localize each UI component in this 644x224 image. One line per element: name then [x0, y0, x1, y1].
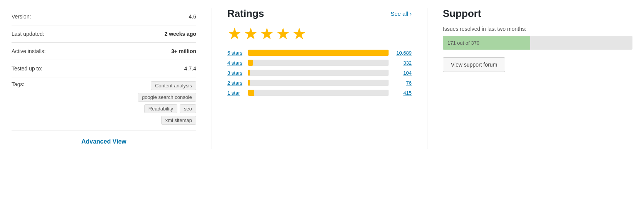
see-all-label: See all: [390, 10, 408, 17]
rating-count[interactable]: 10,689: [392, 50, 412, 56]
last-updated-value: 2 weeks ago: [165, 31, 197, 37]
rating-bar-row: 4 stars332: [227, 60, 412, 66]
rating-bar-label[interactable]: 3 stars: [227, 70, 244, 76]
left-panel: Version: 4.6 Last updated: 2 weeks ago A…: [12, 8, 212, 149]
tag[interactable]: seo: [180, 104, 196, 113]
progress-bar-container: 171 out of 370: [443, 36, 632, 50]
tag[interactable]: xml sitemap: [161, 116, 196, 125]
stars-display: ★★★★★: [227, 26, 412, 42]
right-panel: Support Issues resolved in last two mont…: [427, 8, 632, 149]
star-icon: ★: [260, 26, 274, 42]
rating-bar-label[interactable]: 4 stars: [227, 60, 244, 66]
tag[interactable]: Readability: [144, 104, 177, 113]
rating-bar-label[interactable]: 1 star: [227, 90, 244, 96]
rating-bar-row: 5 stars10,689: [227, 50, 412, 56]
ratings-title: Ratings: [227, 8, 264, 20]
support-forum-button[interactable]: View support forum: [443, 57, 505, 72]
star-icon: ★: [292, 26, 307, 42]
tag-line: Readabilityseo: [144, 104, 196, 113]
star-icon: ★: [276, 26, 290, 42]
version-row: Version: 4.6: [12, 8, 196, 25]
progress-text: 171 out of 370: [447, 40, 479, 46]
version-label: Version:: [12, 13, 31, 20]
bar-fill: [248, 60, 253, 66]
active-installs-row: Active installs: 3+ million: [12, 43, 196, 60]
bar-fill: [248, 80, 250, 86]
last-updated-label: Last updated:: [12, 31, 44, 37]
ratings-header: Ratings See all ›: [227, 8, 412, 20]
rating-bar-label[interactable]: 2 stars: [227, 80, 244, 86]
rating-bars: 5 stars10,6894 stars3323 stars1042 stars…: [227, 50, 412, 96]
bar-track: [248, 80, 389, 86]
rating-bar-row: 3 stars104: [227, 70, 412, 76]
tested-up-to-row: Tested up to: 4.7.4: [12, 60, 196, 77]
rating-bar-row: 2 stars76: [227, 80, 412, 86]
tag[interactable]: google search console: [138, 93, 196, 102]
support-title: Support: [443, 8, 632, 20]
version-value: 4.6: [189, 13, 196, 20]
tags-container: Content analysisgoogle search consoleRea…: [138, 81, 196, 125]
tags-label: Tags:: [12, 81, 24, 125]
tag-line: xml sitemap: [161, 116, 196, 125]
bar-fill: [248, 70, 250, 76]
last-updated-row: Last updated: 2 weeks ago: [12, 25, 196, 43]
active-installs-label: Active installs:: [12, 48, 46, 54]
tags-row: Tags: Content analysisgoogle search cons…: [12, 77, 196, 130]
tested-up-to-value: 4.7.4: [184, 65, 196, 72]
bar-track: [248, 90, 389, 96]
rating-count[interactable]: 415: [392, 90, 412, 96]
issues-label: Issues resolved in last two months:: [443, 26, 632, 32]
see-all-link[interactable]: See all ›: [390, 10, 412, 17]
tag[interactable]: Content analysis: [151, 81, 196, 90]
rating-count[interactable]: 104: [392, 70, 412, 76]
tag-line: google search console: [138, 93, 196, 102]
bar-track: [248, 70, 389, 76]
rating-bar-label[interactable]: 5 stars: [227, 50, 244, 56]
bar-fill: [248, 50, 389, 56]
rating-bar-row: 1 star415: [227, 90, 412, 96]
bar-track: [248, 60, 389, 66]
rating-count[interactable]: 332: [392, 60, 412, 66]
star-icon: ★: [227, 26, 242, 42]
advanced-view-link[interactable]: Advanced View: [12, 130, 196, 149]
tested-up-to-label: Tested up to:: [12, 65, 42, 72]
bar-fill: [248, 90, 254, 96]
see-all-arrow: ›: [410, 10, 412, 17]
active-installs-value: 3+ million: [171, 48, 196, 54]
rating-count[interactable]: 76: [392, 80, 412, 86]
tag-line: Content analysis: [151, 81, 196, 90]
main-container: Version: 4.6 Last updated: 2 weeks ago A…: [0, 0, 644, 157]
star-icon: ★: [244, 26, 258, 42]
center-panel: Ratings See all › ★★★★★ 5 stars10,6894 s…: [212, 8, 427, 149]
bar-track: [248, 50, 389, 56]
